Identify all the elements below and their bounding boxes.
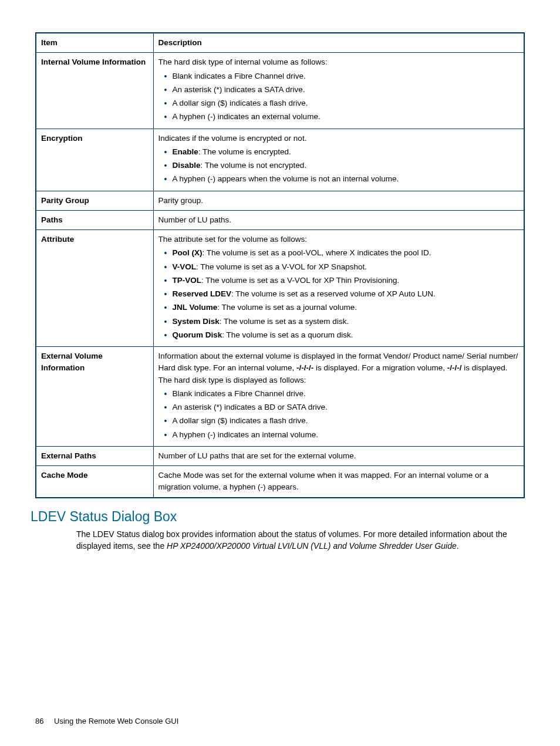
description-intro: Parity group. [158,195,519,207]
description-cell: Number of LU paths. [153,210,524,229]
section-text-ldev-status: The LDEV Status dialog box provides info… [76,528,525,552]
description-cell: Cache Mode was set for the external volu… [153,466,524,498]
description-bullet: A dollar sign ($) indicates a flash driv… [164,97,519,109]
description-bullet: A dollar sign ($) indicates a flash driv… [164,415,519,427]
description-table: Item Description Internal Volume Informa… [35,32,525,498]
header-description: Description [153,33,524,53]
description-intro: The hard disk type of internal volume as… [158,56,519,68]
table-row: Parity GroupParity group. [36,191,524,210]
description-intro: Cache Mode was set for the external volu… [158,470,519,494]
table-row: Cache ModeCache Mode was set for the ext… [36,466,524,498]
description-bullet: An asterisk (*) indicates a BD or SATA d… [164,401,519,413]
description-cell: Indicates if the volume is encrypted or … [153,129,524,191]
item-cell: External Paths [36,446,153,465]
table-row: EncryptionIndicates if the volume is enc… [36,129,524,191]
description-bullet: V-VOL: The volume is set as a V-VOL for … [164,261,519,273]
table-row: AttributeThe attribute set for the volum… [36,230,524,347]
description-bullet: A hyphen (-) appears when the volume is … [164,173,519,185]
table-row: External PathsNumber of LU paths that ar… [36,446,524,465]
description-bullet: TP-VOL: The volume is set as a V-VOL for… [164,275,519,286]
description-bullet: System Disk: The volume is set as a syst… [164,316,519,328]
description-bullet: Quorum Disk: The volume is set as a quor… [164,329,519,341]
description-cell: The attribute set for the volume as foll… [153,230,524,347]
description-bullet: A hyphen (-) indicates an external volum… [164,111,519,123]
description-bullet: Enable: The volume is encrypted. [164,146,519,158]
table-row: PathsNumber of LU paths. [36,210,524,229]
item-cell: Attribute [36,230,153,347]
description-bullet: An asterisk (*) indicates a SATA drive. [164,84,519,96]
section-text-italic: HP XP24000/XP20000 Virtual LVI/LUN (VLL)… [167,541,457,551]
description-bullet: Reserved LDEV: The volume is set as a re… [164,288,519,300]
table-row: External Volume InformationInformation a… [36,347,524,447]
description-bullet-list: Blank indicates a Fibre Channel drive.An… [158,70,519,123]
description-cell: The hard disk type of internal volume as… [153,53,524,129]
item-cell: External Volume Information [36,347,153,447]
description-bullet: Blank indicates a Fibre Channel drive. [164,70,519,82]
footer-title: Using the Remote Web Console GUI [54,717,178,725]
item-cell: Encryption [36,129,153,191]
section-text-trail: . [457,541,459,551]
description-bullet: Pool (X): The volume is set as a pool-VO… [164,247,519,259]
item-cell: Cache Mode [36,466,153,498]
description-cell: Parity group. [153,191,524,210]
description-bullet: A hyphen (-) indicates an internal volum… [164,429,519,441]
description-bullet: JNL Volume: The volume is set as a journ… [164,302,519,313]
description-cell: Number of LU paths that are set for the … [153,446,524,465]
item-cell: Parity Group [36,191,153,210]
description-bullet: Blank indicates a Fibre Channel drive. [164,388,519,400]
header-item: Item [36,33,153,53]
description-intro: Indicates if the volume is encrypted or … [158,133,519,144]
description-intro: Information about the external volume is… [158,350,519,386]
page-footer: 86 Using the Remote Web Console GUI [35,717,178,725]
description-intro: Number of LU paths that are set for the … [158,450,519,462]
description-intro: Number of LU paths. [158,214,519,226]
description-cell: Information about the external volume is… [153,347,524,447]
description-bullet-list: Pool (X): The volume is set as a pool-VO… [158,247,519,341]
item-cell: Paths [36,210,153,229]
description-bullet-list: Blank indicates a Fibre Channel drive.An… [158,388,519,441]
page-number: 86 [35,717,43,725]
description-intro: The attribute set for the volume as foll… [158,234,519,245]
description-bullet: Disable: The volume is not encrypted. [164,160,519,171]
item-cell: Internal Volume Information [36,53,153,129]
table-row: Internal Volume InformationThe hard disk… [36,53,524,129]
description-bullet-list: Enable: The volume is encrypted.Disable:… [158,146,519,185]
section-heading-ldev-status: LDEV Status Dialog Box [31,509,525,525]
